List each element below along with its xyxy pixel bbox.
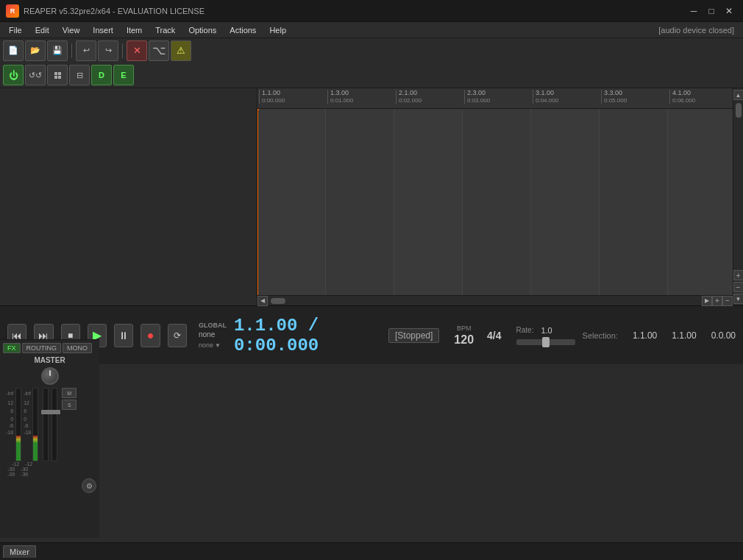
- menu-bar: File Edit View Insert Item Track Options…: [0, 22, 743, 38]
- toolbar-separator: [71, 43, 72, 58]
- trim-button[interactable]: ⌥: [149, 40, 169, 61]
- menu-insert[interactable]: Insert: [87, 23, 119, 38]
- master-knob-area: [3, 367, 96, 385]
- transport-area: ⏮ ⏭ ■ ▶ ⏸ ● ⟳ GLOBAL none none ▼ 1.1.00 …: [0, 305, 743, 364]
- zoom-out-v-button[interactable]: −: [733, 282, 744, 292]
- settings-btn-area: ⚙: [3, 478, 96, 493]
- rate-label: Rate:: [516, 326, 534, 334]
- solo-button[interactable]: S: [62, 400, 77, 410]
- global-dropdown: none ▼: [199, 341, 227, 349]
- v-scroll-thumb[interactable]: [736, 103, 742, 118]
- zoom-out-button[interactable]: −: [722, 296, 733, 306]
- rate-slider[interactable]: [516, 339, 575, 345]
- master-area: FX ROUTING MONO MASTER -inf 12 6 0 -6 -1…: [0, 339, 99, 538]
- scroll-left-button[interactable]: ◀: [257, 296, 268, 306]
- toolbar-1: 📄 📂 💾 ↩ ↪ ✕ ⌥ ⚠: [0, 38, 743, 63]
- grid-button[interactable]: [47, 65, 68, 85]
- snap-button[interactable]: ⊟: [69, 65, 90, 85]
- close-button[interactable]: ✕: [721, 3, 737, 19]
- power-button[interactable]: ⏻: [3, 65, 24, 85]
- arrange-col: [257, 109, 326, 295]
- fader-group: [43, 388, 57, 461]
- global-value: none: [199, 330, 227, 339]
- title-text: REAPER v5.32pre2/x64 - EVALUATION LICENS…: [24, 7, 205, 15]
- scroll-track: [269, 298, 700, 304]
- maximize-button[interactable]: □: [703, 3, 719, 19]
- repeat-button[interactable]: ⟳: [168, 324, 187, 347]
- menu-help[interactable]: Help: [263, 23, 292, 38]
- menu-options[interactable]: Options: [182, 23, 222, 38]
- timesig-value[interactable]: 4/4: [487, 330, 501, 341]
- undo-button[interactable]: ↩: [76, 40, 96, 61]
- master-fx-button[interactable]: FX: [3, 343, 21, 353]
- envelope-button[interactable]: E: [113, 65, 134, 85]
- ruler-mark-6: 3.3.00 0:05.000: [601, 90, 627, 104]
- fader-right-thumb[interactable]: [50, 410, 60, 414]
- bpm-value[interactable]: 120: [454, 333, 474, 347]
- vertical-scrollbar[interactable]: ▲ + − ▼: [733, 88, 743, 305]
- master-knob[interactable]: [41, 367, 59, 385]
- menu-actions[interactable]: Actions: [224, 23, 262, 38]
- mute-solo-buttons: M S: [62, 388, 77, 410]
- master-mono-button[interactable]: MONO: [63, 343, 92, 353]
- meter-labels: -inf 12 6 0 -6 -18: [6, 391, 13, 435]
- arrange-canvas[interactable]: [257, 109, 733, 295]
- horizontal-scrollbar-area: ◀ ▶ + −: [257, 295, 733, 305]
- settings-button[interactable]: ⚙: [82, 478, 96, 493]
- fader-left[interactable]: [43, 388, 49, 461]
- selection-label: Selection:: [583, 331, 618, 340]
- stopped-badge: [Stopped]: [388, 328, 439, 343]
- arrange-col: [600, 109, 668, 295]
- crossfade-button[interactable]: ✕: [127, 40, 147, 61]
- arrange-col: [326, 109, 394, 295]
- mute-button[interactable]: M: [62, 388, 77, 398]
- menu-item[interactable]: Item: [121, 23, 148, 38]
- record-button[interactable]: ●: [141, 324, 160, 347]
- toolbar-area: 📄 📂 💾 ↩ ↪ ✕ ⌥ ⚠ ⏻ ↺↺ ⊟ D E: [0, 38, 743, 88]
- master-routing-button[interactable]: ROUTING: [22, 343, 62, 353]
- save-button[interactable]: 💾: [47, 40, 68, 61]
- global-label: GLOBAL: [199, 322, 227, 329]
- scroll-down-button[interactable]: ▼: [733, 294, 744, 304]
- menu-edit[interactable]: Edit: [29, 23, 55, 38]
- meter-right-fill: [33, 436, 38, 461]
- ruler-mark-2: 1.3.00 0:01.000: [327, 90, 353, 104]
- zoom-in-v-button[interactable]: +: [733, 270, 744, 280]
- menu-file[interactable]: File: [3, 23, 28, 38]
- horizontal-scrollbar[interactable]: [268, 296, 702, 306]
- scroll-thumb[interactable]: [271, 298, 285, 304]
- mixer-tab[interactable]: Mixer: [3, 545, 36, 558]
- menu-view[interactable]: View: [57, 23, 86, 38]
- meter-labels-bottom: -12 -12: [3, 461, 96, 467]
- draw-button[interactable]: D: [91, 65, 112, 85]
- ruler-mark-7: 4.1.00 0:06.000: [669, 90, 695, 104]
- track-panel: [0, 88, 257, 305]
- minimize-button[interactable]: ─: [686, 3, 702, 19]
- playhead-arrow: [257, 109, 261, 112]
- rate-value: 1.0: [541, 326, 552, 335]
- open-button[interactable]: 📂: [25, 40, 46, 61]
- rate-area: Rate: 1.0: [516, 326, 575, 345]
- bpm-area: BPM 120: [454, 325, 474, 347]
- scroll-up-button[interactable]: ▲: [733, 90, 744, 100]
- meter-right: [32, 388, 38, 461]
- meter-labels-bottom2: -30 -30: [3, 467, 96, 472]
- fader-right[interactable]: [51, 388, 57, 461]
- toolbar-2: ⏻ ↺↺ ⊟ D E: [0, 63, 743, 88]
- loop-button[interactable]: ↺↺: [25, 65, 46, 85]
- selection-area: Selection: 1.1.00 1.1.00 0.0.00: [583, 330, 736, 341]
- ruler-mark-4: 2.3.00 0:03.000: [464, 90, 490, 104]
- warning-button[interactable]: ⚠: [171, 40, 191, 61]
- meter-left-fill: [16, 436, 21, 461]
- window-controls: ─ □ ✕: [686, 3, 737, 19]
- zoom-in-button[interactable]: +: [712, 296, 722, 306]
- rate-thumb[interactable]: [542, 337, 550, 347]
- new-button[interactable]: 📄: [3, 40, 24, 61]
- status-bar: Mixer: [0, 542, 743, 560]
- v-scroll-track: [736, 102, 742, 269]
- pause-button[interactable]: ⏸: [114, 324, 133, 347]
- redo-button[interactable]: ↪: [98, 40, 118, 61]
- scroll-right-button[interactable]: ▶: [702, 296, 712, 306]
- menu-track[interactable]: Track: [149, 23, 181, 38]
- meter-labels-right: -inf 12 6 0 -6 -18: [24, 391, 31, 435]
